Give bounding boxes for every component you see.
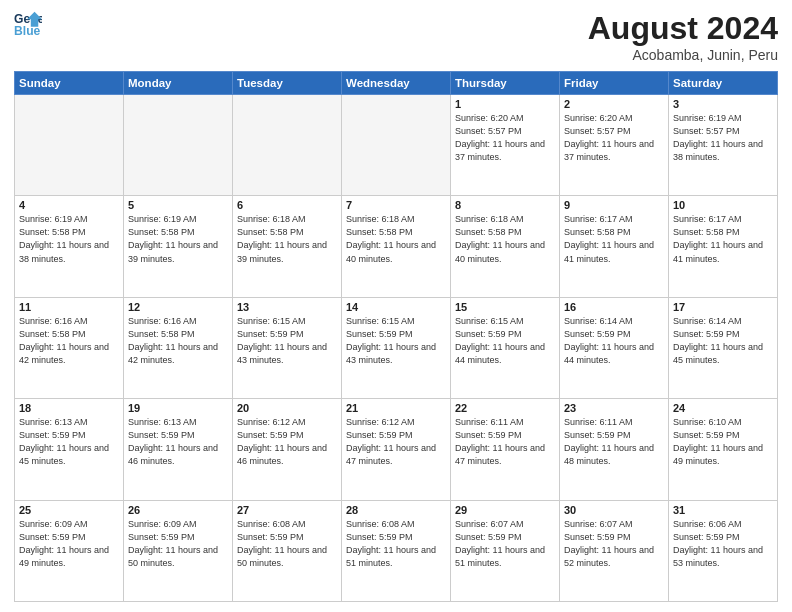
day-info: Sunrise: 6:06 AMSunset: 5:59 PMDaylight:… [673, 518, 773, 570]
weekday-header-saturday: Saturday [669, 72, 778, 95]
day-cell: 27Sunrise: 6:08 AMSunset: 5:59 PMDayligh… [233, 500, 342, 601]
day-info: Sunrise: 6:14 AMSunset: 5:59 PMDaylight:… [564, 315, 664, 367]
day-number: 16 [564, 301, 664, 313]
day-cell: 9Sunrise: 6:17 AMSunset: 5:58 PMDaylight… [560, 196, 669, 297]
day-cell: 24Sunrise: 6:10 AMSunset: 5:59 PMDayligh… [669, 399, 778, 500]
day-info: Sunrise: 6:16 AMSunset: 5:58 PMDaylight:… [128, 315, 228, 367]
day-cell: 7Sunrise: 6:18 AMSunset: 5:58 PMDaylight… [342, 196, 451, 297]
day-number: 18 [19, 402, 119, 414]
day-info: Sunrise: 6:13 AMSunset: 5:59 PMDaylight:… [19, 416, 119, 468]
week-row-4: 18Sunrise: 6:13 AMSunset: 5:59 PMDayligh… [15, 399, 778, 500]
day-info: Sunrise: 6:12 AMSunset: 5:59 PMDaylight:… [237, 416, 337, 468]
day-info: Sunrise: 6:19 AMSunset: 5:57 PMDaylight:… [673, 112, 773, 164]
day-cell [233, 95, 342, 196]
day-number: 24 [673, 402, 773, 414]
day-info: Sunrise: 6:08 AMSunset: 5:59 PMDaylight:… [237, 518, 337, 570]
day-number: 25 [19, 504, 119, 516]
day-info: Sunrise: 6:07 AMSunset: 5:59 PMDaylight:… [455, 518, 555, 570]
day-number: 23 [564, 402, 664, 414]
day-cell: 15Sunrise: 6:15 AMSunset: 5:59 PMDayligh… [451, 297, 560, 398]
weekday-header-friday: Friday [560, 72, 669, 95]
logo-icon: General Blue [14, 10, 42, 38]
day-number: 30 [564, 504, 664, 516]
day-cell [15, 95, 124, 196]
day-info: Sunrise: 6:19 AMSunset: 5:58 PMDaylight:… [19, 213, 119, 265]
day-number: 31 [673, 504, 773, 516]
day-info: Sunrise: 6:18 AMSunset: 5:58 PMDaylight:… [237, 213, 337, 265]
day-number: 27 [237, 504, 337, 516]
day-number: 7 [346, 199, 446, 211]
day-number: 28 [346, 504, 446, 516]
day-info: Sunrise: 6:17 AMSunset: 5:58 PMDaylight:… [564, 213, 664, 265]
day-info: Sunrise: 6:16 AMSunset: 5:58 PMDaylight:… [19, 315, 119, 367]
day-number: 8 [455, 199, 555, 211]
day-info: Sunrise: 6:12 AMSunset: 5:59 PMDaylight:… [346, 416, 446, 468]
day-number: 29 [455, 504, 555, 516]
day-info: Sunrise: 6:14 AMSunset: 5:59 PMDaylight:… [673, 315, 773, 367]
day-number: 19 [128, 402, 228, 414]
day-cell: 23Sunrise: 6:11 AMSunset: 5:59 PMDayligh… [560, 399, 669, 500]
day-info: Sunrise: 6:15 AMSunset: 5:59 PMDaylight:… [237, 315, 337, 367]
logo: General Blue [14, 10, 44, 38]
day-number: 17 [673, 301, 773, 313]
day-cell: 22Sunrise: 6:11 AMSunset: 5:59 PMDayligh… [451, 399, 560, 500]
day-number: 6 [237, 199, 337, 211]
day-number: 15 [455, 301, 555, 313]
day-info: Sunrise: 6:13 AMSunset: 5:59 PMDaylight:… [128, 416, 228, 468]
day-info: Sunrise: 6:19 AMSunset: 5:58 PMDaylight:… [128, 213, 228, 265]
day-number: 21 [346, 402, 446, 414]
weekday-header-row: SundayMondayTuesdayWednesdayThursdayFrid… [15, 72, 778, 95]
week-row-3: 11Sunrise: 6:16 AMSunset: 5:58 PMDayligh… [15, 297, 778, 398]
day-info: Sunrise: 6:11 AMSunset: 5:59 PMDaylight:… [455, 416, 555, 468]
day-cell: 20Sunrise: 6:12 AMSunset: 5:59 PMDayligh… [233, 399, 342, 500]
day-cell: 5Sunrise: 6:19 AMSunset: 5:58 PMDaylight… [124, 196, 233, 297]
day-number: 4 [19, 199, 119, 211]
day-number: 14 [346, 301, 446, 313]
day-cell: 29Sunrise: 6:07 AMSunset: 5:59 PMDayligh… [451, 500, 560, 601]
day-info: Sunrise: 6:20 AMSunset: 5:57 PMDaylight:… [564, 112, 664, 164]
day-cell: 18Sunrise: 6:13 AMSunset: 5:59 PMDayligh… [15, 399, 124, 500]
day-cell: 30Sunrise: 6:07 AMSunset: 5:59 PMDayligh… [560, 500, 669, 601]
day-number: 2 [564, 98, 664, 110]
day-info: Sunrise: 6:20 AMSunset: 5:57 PMDaylight:… [455, 112, 555, 164]
day-info: Sunrise: 6:15 AMSunset: 5:59 PMDaylight:… [455, 315, 555, 367]
page: General Blue August 2024 Acobamba, Junin… [0, 0, 792, 612]
week-row-1: 1Sunrise: 6:20 AMSunset: 5:57 PMDaylight… [15, 95, 778, 196]
weekday-header-sunday: Sunday [15, 72, 124, 95]
day-info: Sunrise: 6:09 AMSunset: 5:59 PMDaylight:… [128, 518, 228, 570]
day-number: 26 [128, 504, 228, 516]
month-year-title: August 2024 [588, 10, 778, 47]
day-number: 10 [673, 199, 773, 211]
day-cell: 26Sunrise: 6:09 AMSunset: 5:59 PMDayligh… [124, 500, 233, 601]
day-info: Sunrise: 6:18 AMSunset: 5:58 PMDaylight:… [455, 213, 555, 265]
weekday-header-monday: Monday [124, 72, 233, 95]
day-cell: 21Sunrise: 6:12 AMSunset: 5:59 PMDayligh… [342, 399, 451, 500]
day-cell: 13Sunrise: 6:15 AMSunset: 5:59 PMDayligh… [233, 297, 342, 398]
day-cell: 19Sunrise: 6:13 AMSunset: 5:59 PMDayligh… [124, 399, 233, 500]
weekday-header-wednesday: Wednesday [342, 72, 451, 95]
day-number: 20 [237, 402, 337, 414]
day-cell [124, 95, 233, 196]
week-row-5: 25Sunrise: 6:09 AMSunset: 5:59 PMDayligh… [15, 500, 778, 601]
day-cell: 10Sunrise: 6:17 AMSunset: 5:58 PMDayligh… [669, 196, 778, 297]
day-number: 22 [455, 402, 555, 414]
header: General Blue August 2024 Acobamba, Junin… [14, 10, 778, 63]
day-number: 13 [237, 301, 337, 313]
day-info: Sunrise: 6:10 AMSunset: 5:59 PMDaylight:… [673, 416, 773, 468]
day-number: 11 [19, 301, 119, 313]
day-info: Sunrise: 6:09 AMSunset: 5:59 PMDaylight:… [19, 518, 119, 570]
day-cell: 2Sunrise: 6:20 AMSunset: 5:57 PMDaylight… [560, 95, 669, 196]
day-cell: 4Sunrise: 6:19 AMSunset: 5:58 PMDaylight… [15, 196, 124, 297]
day-cell [342, 95, 451, 196]
day-cell: 3Sunrise: 6:19 AMSunset: 5:57 PMDaylight… [669, 95, 778, 196]
calendar-table: SundayMondayTuesdayWednesdayThursdayFrid… [14, 71, 778, 602]
day-cell: 31Sunrise: 6:06 AMSunset: 5:59 PMDayligh… [669, 500, 778, 601]
day-number: 9 [564, 199, 664, 211]
day-info: Sunrise: 6:11 AMSunset: 5:59 PMDaylight:… [564, 416, 664, 468]
day-cell: 6Sunrise: 6:18 AMSunset: 5:58 PMDaylight… [233, 196, 342, 297]
week-row-2: 4Sunrise: 6:19 AMSunset: 5:58 PMDaylight… [15, 196, 778, 297]
day-cell: 14Sunrise: 6:15 AMSunset: 5:59 PMDayligh… [342, 297, 451, 398]
day-info: Sunrise: 6:17 AMSunset: 5:58 PMDaylight:… [673, 213, 773, 265]
weekday-header-thursday: Thursday [451, 72, 560, 95]
day-cell: 12Sunrise: 6:16 AMSunset: 5:58 PMDayligh… [124, 297, 233, 398]
